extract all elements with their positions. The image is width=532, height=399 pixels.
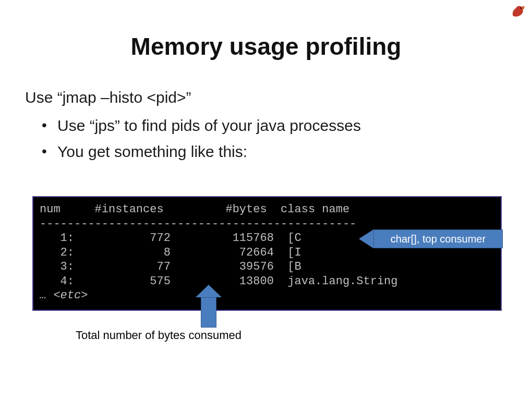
arrow-up-icon xyxy=(196,285,222,297)
terminal-header: num #instances #bytes class name xyxy=(40,203,349,216)
terminal-row: 3: 77 39576 [B xyxy=(40,260,301,273)
callout-label: char[], top consumer xyxy=(373,229,503,248)
terminal-etc: … <etc> xyxy=(40,289,88,302)
callout-char-array: char[], top consumer xyxy=(373,229,502,248)
terminal-row: 2: 8 72664 [I xyxy=(40,246,301,259)
bullet-item: You get something like this: xyxy=(57,143,507,161)
callout-bytes-label: Total number of bytes consumed xyxy=(76,329,241,342)
rooster-logo-icon xyxy=(510,3,526,19)
terminal-divider: ----------------------------------------… xyxy=(40,217,356,231)
arrow-left-icon xyxy=(359,229,373,248)
arrow-stem xyxy=(201,297,216,328)
callout-bytes-arrow xyxy=(196,297,222,328)
svg-point-0 xyxy=(520,7,521,8)
bullet-item: Use “jps” to find pids of your java proc… xyxy=(57,117,507,135)
terminal-output: num #instances #bytes class name -------… xyxy=(32,196,502,311)
slide-title: Memory usage profiling xyxy=(0,32,532,61)
command-line-text: Use “jmap –histo <pid>” xyxy=(25,89,507,106)
terminal-row: 1: 772 115768 [C xyxy=(40,232,301,245)
body-content: Use “jmap –histo <pid>” Use “jps” to fin… xyxy=(25,89,507,169)
